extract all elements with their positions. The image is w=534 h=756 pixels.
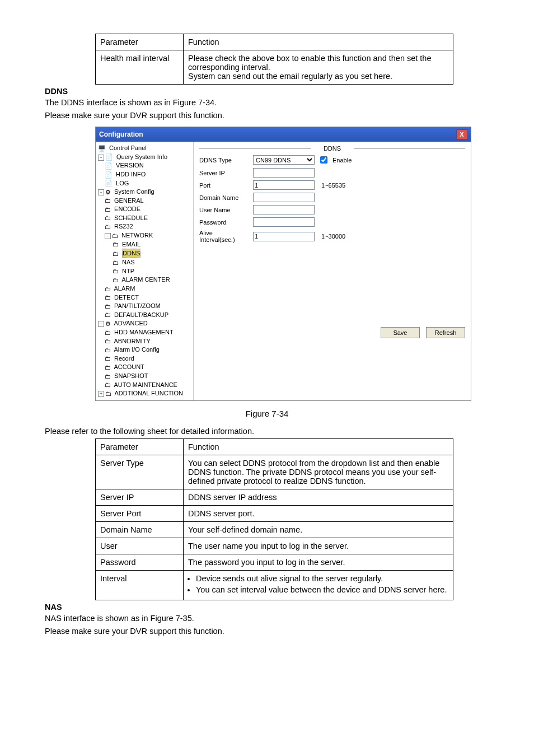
tree-item[interactable]: 🗀 RS232	[97, 222, 192, 231]
nav-tree[interactable]: 🖥️ Control Panel-📄 Query System Info📄 VE…	[96, 142, 194, 400]
bullet-item: You can set interval value between the d…	[196, 585, 448, 594]
tree-item[interactable]: -🗀 NETWORK	[97, 231, 192, 240]
tree-item[interactable]: 🗀 PAN/TILT/ZOOM	[97, 302, 192, 311]
alive-label: Alive Interval(sec.)	[199, 230, 250, 243]
tree-item[interactable]: 🗀 NAS	[97, 258, 192, 267]
folder-icon: 🗀	[105, 346, 111, 354]
col-header-parameter: Parameter	[96, 439, 184, 455]
tree-item-label: Record	[114, 355, 134, 362]
folder-icon: 🗀	[105, 329, 111, 337]
param-cell: Interval	[96, 571, 184, 600]
tree-item[interactable]: 🖥️ Control Panel	[97, 144, 192, 153]
enable-label: Enable	[332, 157, 352, 164]
tree-item[interactable]: 🗀 NTP	[97, 267, 192, 276]
figure-caption: Figure 7-34	[45, 409, 489, 418]
param-cell: Server Type	[96, 455, 184, 489]
user-input[interactable]	[253, 205, 315, 214]
func-cell: The password you input to log in the ser…	[184, 554, 453, 571]
ddns-parameter-table: Parameter Function Server TypeYou can se…	[95, 438, 453, 600]
tree-item[interactable]: 🗀 ACCOUNT	[97, 363, 192, 372]
tree-item[interactable]: 📄 HDD INFO	[97, 170, 192, 179]
folder-icon: 🗀	[105, 206, 111, 214]
tree-item-label: ENCODE	[114, 206, 140, 212]
tree-item-label: System Config	[114, 188, 154, 195]
tree-item[interactable]: 🗀 Alarm I/O Config	[97, 346, 192, 354]
domain-input[interactable]	[253, 193, 315, 202]
tree-item-label: RS232	[114, 223, 133, 230]
tree-item-label: ADDTIONAL FUNCTION	[114, 390, 182, 396]
ddns-type-select[interactable]: CN99 DDNS	[253, 155, 315, 165]
func-cell: The user name you input to log in the se…	[184, 538, 453, 554]
tree-item[interactable]: 🗀 EMAIL	[97, 240, 192, 249]
expander-icon[interactable]: -	[98, 155, 104, 161]
tree-item[interactable]: 🗀 SCHEDULE	[97, 214, 192, 223]
folder-icon: 🗀	[113, 267, 119, 276]
tree-item-label: HDD INFO	[116, 171, 146, 178]
tree-item[interactable]: 📄 VERSION	[97, 161, 192, 170]
tree-item-label: GENERAL	[114, 197, 144, 204]
folder-icon: 🗀	[105, 337, 111, 346]
tree-item[interactable]: 🗀 DETECT	[97, 293, 192, 302]
folder-icon: 🗀	[113, 276, 119, 284]
ddns-type-label: DDNS Type	[199, 157, 250, 164]
func-cell: Your self-defined domain name.	[184, 522, 453, 538]
folder-icon: 🗀	[105, 381, 111, 389]
pass-label: Password	[199, 219, 250, 226]
func-cell: Please check the above box to enable thi…	[184, 50, 453, 85]
expander-icon[interactable]: -	[105, 233, 111, 239]
cp-icon: 🖥️	[98, 144, 106, 153]
refresh-button[interactable]: Refresh	[426, 327, 465, 338]
tree-item[interactable]: 🗀 GENERAL	[97, 197, 192, 206]
file-icon: 📄	[105, 153, 113, 161]
tree-item[interactable]: 🗀 DEFAULT/BACKUP	[97, 311, 192, 320]
pass-input[interactable]	[253, 217, 315, 227]
tree-item[interactable]: 📄 LOG	[97, 179, 192, 188]
folder-icon: 🗀	[105, 214, 111, 222]
folder-icon: 🗀	[105, 390, 111, 398]
server-ip-input[interactable]	[253, 168, 315, 178]
tree-item-label: LOG	[116, 180, 129, 186]
tree-item[interactable]: +🗀 ADDTIONAL FUNCTION	[97, 389, 192, 398]
tree-item[interactable]: 🗀 ALARM CENTER	[97, 276, 192, 284]
func-cell: DDNS server port.	[184, 506, 453, 522]
save-button[interactable]: Save	[381, 327, 420, 338]
tree-item-label: NAS	[122, 259, 135, 265]
alive-input[interactable]	[253, 232, 315, 241]
enable-checkbox[interactable]	[320, 156, 327, 164]
tree-item[interactable]: 🗀 Record	[97, 354, 192, 363]
close-icon[interactable]: X	[456, 129, 467, 139]
tree-item[interactable]: -⚙ System Config	[97, 188, 192, 197]
port-hint: 1~65535	[321, 182, 345, 189]
tree-item[interactable]: -⚙ ADVANCED	[97, 319, 192, 328]
tree-item-label: ACCOUNT	[114, 363, 144, 370]
tree-item-label: SCHEDULE	[114, 214, 148, 221]
tree-item-label: SNAPSHOT	[114, 372, 148, 379]
tree-item-label: NTP	[122, 268, 134, 274]
health-mail-table: Parameter Function Health mail interval …	[95, 34, 453, 85]
tree-item[interactable]: 🗀 AUTO MAINTENANCE	[97, 381, 192, 390]
folder-icon: 🗀	[113, 250, 119, 258]
window-titlebar: Configuration X	[96, 127, 471, 142]
tree-item[interactable]: 🗀 DDNS	[97, 249, 192, 258]
tree-item[interactable]: 🗀 ENCODE	[97, 205, 192, 214]
func-cell: DDNS server IP address	[184, 489, 453, 506]
folder-icon: 🗀	[105, 311, 111, 319]
tree-item[interactable]: 🗀 SNAPSHOT	[97, 372, 192, 381]
expander-icon[interactable]: -	[98, 189, 104, 195]
tree-item[interactable]: -📄 Query System Info	[97, 153, 192, 162]
user-label: User Name	[199, 207, 250, 213]
server-ip-label: Server IP	[199, 170, 250, 176]
tree-item[interactable]: 🗀 ABNORMITY	[97, 337, 192, 346]
tree-item[interactable]: 🗀 ALARM	[97, 284, 192, 293]
folder-icon: 🗀	[105, 363, 111, 372]
nas-heading: NAS	[45, 603, 489, 612]
nas-intro-2: Please make sure your DVR support this f…	[45, 626, 489, 637]
tree-item-label: EMAIL	[122, 241, 140, 248]
port-input[interactable]	[253, 180, 315, 190]
expander-icon[interactable]: +	[98, 391, 104, 397]
tree-item-label: ADVANCED	[114, 320, 147, 326]
folder-icon: 🗀	[105, 285, 111, 293]
expander-icon[interactable]: -	[98, 321, 104, 327]
tree-item[interactable]: 🗀 HDD MANAGEMENT	[97, 328, 192, 337]
file-icon: 📄	[105, 162, 113, 170]
